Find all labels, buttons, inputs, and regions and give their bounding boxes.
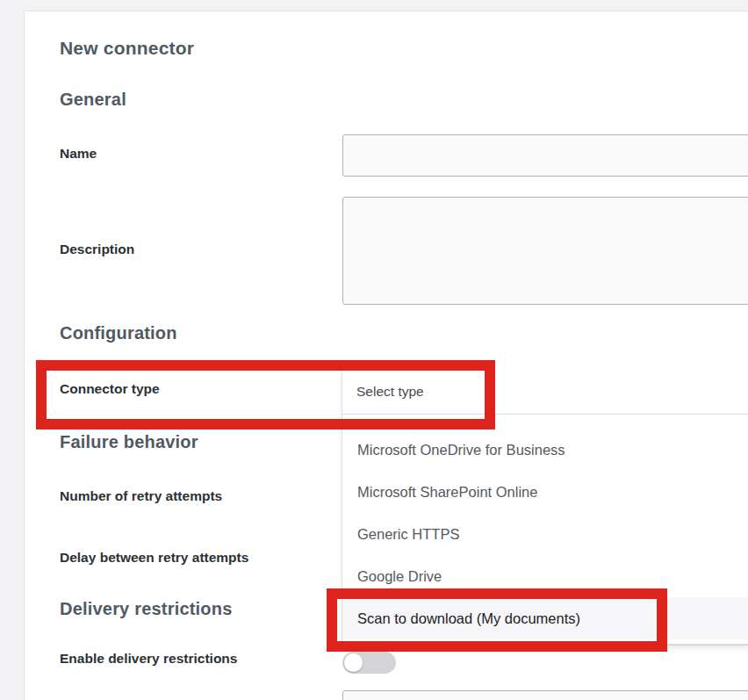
retry-attempts-label: Number of retry attempts xyxy=(60,488,222,504)
option-microsoft-sharepoint[interactable]: Microsoft SharePoint Online xyxy=(342,471,748,513)
enable-delivery-restrictions-label: Enable delivery restrictions xyxy=(60,651,237,667)
option-microsoft-onedrive[interactable]: Microsoft OneDrive for Business xyxy=(342,429,748,471)
connector-type-option-list: Microsoft OneDrive for Business Microsof… xyxy=(342,415,748,644)
connector-form-page: New connector General Name Description C… xyxy=(0,0,748,700)
section-heading-delivery-restrictions: Delivery restrictions xyxy=(60,599,233,619)
section-heading-configuration: Configuration xyxy=(60,323,177,343)
name-label: Name xyxy=(60,146,97,162)
page-title: New connector xyxy=(60,38,194,59)
option-scan-to-download[interactable]: Scan to download (My documents) xyxy=(342,597,748,639)
option-google-drive[interactable]: Google Drive xyxy=(342,555,748,597)
description-input[interactable] xyxy=(342,197,748,305)
bottom-partial-input[interactable] xyxy=(342,690,748,700)
connector-type-label: Connector type xyxy=(60,381,160,397)
toggle-knob xyxy=(344,653,363,672)
option-generic-https[interactable]: Generic HTTPS xyxy=(342,513,748,555)
name-input[interactable] xyxy=(342,134,748,177)
description-label: Description xyxy=(60,242,134,257)
section-heading-failure-behavior: Failure behavior xyxy=(60,432,198,452)
connector-type-select[interactable]: Select type xyxy=(342,370,748,415)
enable-delivery-restrictions-toggle[interactable] xyxy=(342,652,396,674)
section-heading-general: General xyxy=(60,90,126,110)
retry-delay-label: Delay between retry attempts xyxy=(60,550,248,566)
connector-type-dropdown: Select type Microsoft OneDrive for Busin… xyxy=(342,370,748,646)
